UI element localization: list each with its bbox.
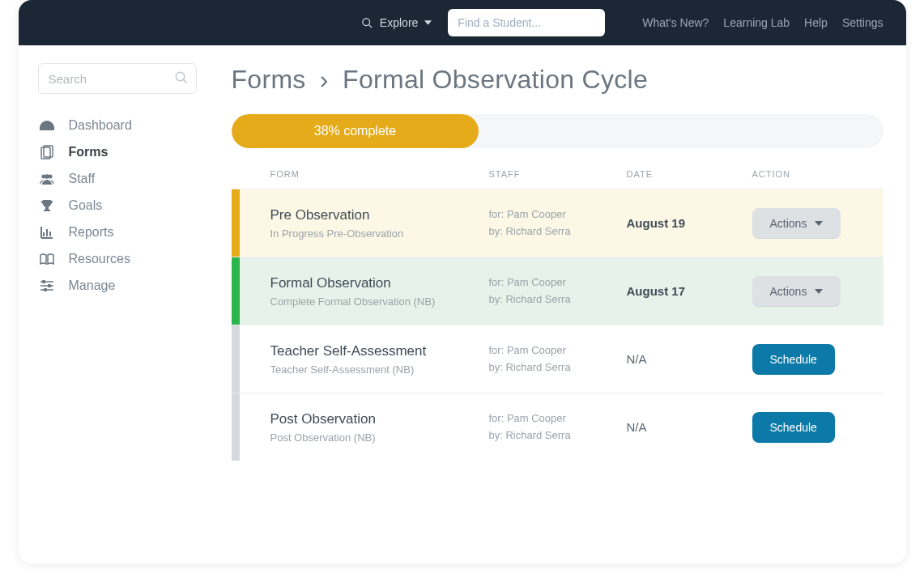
- row-body: Teacher Self-AssessmentTeacher Self-Asse…: [240, 325, 884, 393]
- status-stripe: [232, 257, 240, 325]
- col-header-staff: STAFF: [489, 169, 627, 179]
- cell-staff: for: Pam Cooperby: Richard Serra: [489, 342, 627, 376]
- svg-point-17: [42, 280, 45, 283]
- breadcrumb-current: Formal Observation Cycle: [343, 65, 648, 94]
- breadcrumb: Forms › Formal Observation Cycle: [232, 65, 884, 95]
- row-body: Post ObservationPost Observation (NB)for…: [240, 393, 884, 461]
- date-text: August 17: [627, 284, 752, 298]
- button-label: Schedule: [770, 353, 817, 366]
- button-label: Actions: [770, 285, 807, 298]
- cell-staff: for: Pam Cooperby: Richard Serra: [489, 206, 627, 240]
- col-header-date: DATE: [627, 169, 752, 179]
- form-subtitle: Post Observation (NB): [270, 431, 489, 444]
- sliders-icon: [38, 280, 56, 291]
- staff-icon: [38, 173, 56, 185]
- sidebar-search-input[interactable]: [38, 63, 197, 94]
- sidebar-item-goals[interactable]: Goals: [38, 192, 209, 219]
- sidebar-item-manage[interactable]: Manage: [38, 272, 209, 299]
- breadcrumb-root[interactable]: Forms: [232, 65, 306, 94]
- date-text: August 19: [627, 216, 752, 230]
- col-header-form: FORM: [270, 169, 489, 179]
- status-stripe: [232, 393, 240, 461]
- staff-by: by: Richard Serra: [489, 223, 627, 240]
- svg-point-19: [44, 288, 46, 291]
- dashboard-icon: [38, 120, 56, 131]
- svg-point-2: [176, 72, 185, 81]
- staff-for: for: Pam Cooper: [489, 342, 627, 359]
- staff-by: by: Richard Serra: [489, 359, 627, 376]
- table-row: Formal ObservationComplete Formal Observ…: [232, 257, 884, 325]
- cell-form: Pre ObservationIn Progress Pre-Observati…: [270, 207, 489, 240]
- cell-action: Actions: [752, 276, 884, 307]
- form-subtitle: Teacher Self-Assessment (NB): [270, 363, 489, 376]
- cell-action: Actions: [752, 208, 884, 239]
- caret-down-icon: [424, 20, 432, 25]
- table-body: Pre ObservationIn Progress Pre-Observati…: [232, 189, 884, 461]
- cell-action: Schedule: [752, 344, 884, 375]
- staff-by: by: Richard Serra: [489, 427, 627, 444]
- svg-point-8: [45, 174, 49, 179]
- staff-by: by: Richard Serra: [489, 291, 627, 308]
- cell-staff: for: Pam Cooperby: Richard Serra: [489, 274, 627, 308]
- sidebar-item-resources[interactable]: Resources: [38, 245, 209, 272]
- status-stripe: [232, 189, 240, 257]
- sidebar-item-reports[interactable]: Reports: [38, 219, 209, 245]
- nav-link-whats-new[interactable]: What's New?: [642, 16, 709, 29]
- resources-icon: [38, 253, 56, 265]
- reports-icon: [38, 226, 56, 239]
- actions-dropdown-button[interactable]: Actions: [752, 276, 841, 307]
- search-icon: [174, 70, 189, 85]
- progress-bar: 38% complete: [232, 114, 884, 148]
- cell-date: August 17: [627, 284, 752, 298]
- cell-form: Formal ObservationComplete Formal Observ…: [270, 275, 489, 308]
- cell-date: N/A: [627, 352, 752, 366]
- sidebar: Dashboard Forms Staff Goals: [19, 45, 209, 563]
- form-title: Pre Observation: [270, 207, 489, 223]
- row-body: Formal ObservationComplete Formal Observ…: [240, 257, 884, 325]
- sidebar-item-label: Staff: [69, 172, 96, 186]
- body-wrap: Dashboard Forms Staff Goals: [19, 45, 906, 563]
- schedule-button[interactable]: Schedule: [752, 412, 835, 443]
- form-subtitle: In Progress Pre-Observation: [270, 227, 489, 240]
- app-window: Explore What's New? Learning Lab Help Se…: [19, 0, 906, 563]
- svg-line-3: [183, 80, 186, 83]
- table-row: Pre ObservationIn Progress Pre-Observati…: [232, 189, 884, 257]
- staff-for: for: Pam Cooper: [489, 206, 627, 223]
- sidebar-item-forms[interactable]: Forms: [38, 138, 209, 165]
- sidebar-item-label: Dashboard: [69, 118, 132, 133]
- explore-dropdown[interactable]: Explore: [361, 16, 432, 29]
- nav-link-settings[interactable]: Settings: [842, 16, 884, 29]
- schedule-button[interactable]: Schedule: [752, 344, 835, 375]
- cell-form: Post ObservationPost Observation (NB): [270, 411, 489, 444]
- sidebar-item-label: Reports: [69, 225, 114, 240]
- actions-dropdown-button[interactable]: Actions: [752, 208, 841, 239]
- sidebar-item-label: Manage: [69, 278, 116, 293]
- cell-date: August 19: [627, 216, 752, 230]
- svg-line-1: [369, 24, 372, 27]
- form-subtitle: Complete Formal Observation (NB): [270, 295, 489, 308]
- form-title: Teacher Self-Assessment: [270, 343, 489, 359]
- form-title: Formal Observation: [270, 275, 489, 291]
- forms-icon: [38, 145, 56, 159]
- explore-label: Explore: [380, 16, 418, 29]
- row-body: Pre ObservationIn Progress Pre-Observati…: [240, 189, 884, 257]
- caret-down-icon: [815, 289, 823, 294]
- trophy-icon: [38, 199, 56, 212]
- nav-link-learning-lab[interactable]: Learning Lab: [723, 16, 790, 29]
- sidebar-item-staff[interactable]: Staff: [38, 165, 209, 192]
- chevron-right-icon: ›: [320, 65, 329, 94]
- cell-date: N/A: [627, 420, 752, 434]
- col-header-action: ACTION: [752, 169, 884, 179]
- date-text: N/A: [627, 420, 752, 434]
- sidebar-search-wrap: [38, 63, 197, 94]
- table-row: Post ObservationPost Observation (NB)for…: [232, 393, 884, 461]
- caret-down-icon: [815, 221, 823, 226]
- svg-point-0: [363, 18, 370, 25]
- cell-form: Teacher Self-AssessmentTeacher Self-Asse…: [270, 343, 489, 376]
- find-student-input[interactable]: [448, 9, 605, 36]
- sidebar-item-dashboard[interactable]: Dashboard: [38, 112, 209, 138]
- button-label: Schedule: [770, 421, 817, 434]
- sidebar-item-label: Resources: [69, 252, 130, 266]
- nav-link-help[interactable]: Help: [804, 16, 828, 29]
- cell-staff: for: Pam Cooperby: Richard Serra: [489, 410, 627, 444]
